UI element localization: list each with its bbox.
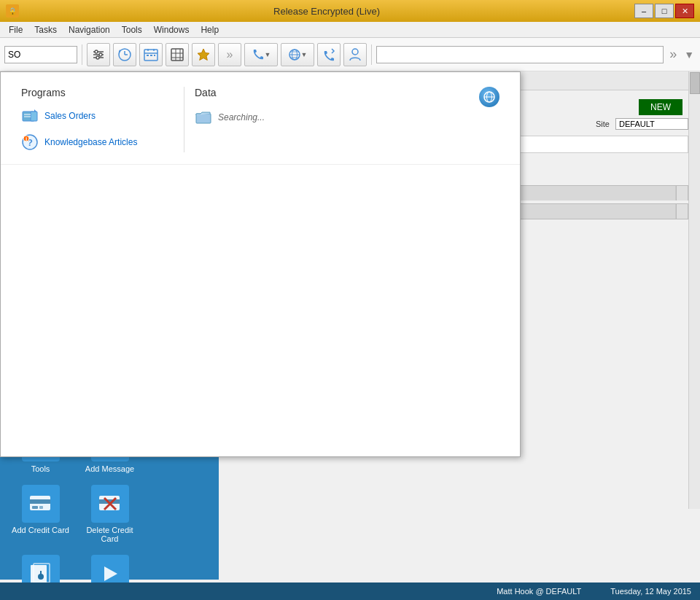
searching-folder-icon — [195, 110, 212, 125]
window-controls: – □ ✕ — [634, 4, 694, 18]
vertical-scrollbar[interactable] — [688, 71, 700, 509]
svg-rect-30 — [31, 112, 37, 121]
popup-header: Programs Sales Orders ? — [1, 72, 520, 165]
site-label: Site — [596, 120, 610, 128]
forward-button[interactable]: » — [218, 43, 241, 66]
add-credit-card-icon — [22, 485, 60, 523]
menu-bar: File Tasks Navigation Tools Windows Help — [0, 22, 700, 38]
knowledgebase-icon: ? i — [21, 135, 39, 149]
search-dropdown: Programs Sales Orders ? — [0, 71, 521, 457]
globe-button[interactable]: ▼ — [281, 43, 314, 66]
data-title: Data — [195, 87, 217, 98]
window-title: Release Encrypted (Live) — [19, 6, 634, 17]
svg-point-4 — [99, 53, 102, 56]
toolbar: » ▼ ▼ » ▼ — [0, 38, 700, 71]
minimize-button[interactable]: – — [634, 4, 653, 18]
collapse-button[interactable]: ▼ — [682, 49, 696, 61]
data-section: Data Searching... — [184, 79, 510, 160]
favorites-button[interactable] — [192, 43, 215, 66]
menu-navigation[interactable]: Navigation — [63, 23, 116, 36]
svg-point-3 — [95, 50, 98, 53]
programs-section: Programs Sales Orders ? — [11, 79, 184, 160]
knowledgebase-label: Knowledgebase Articles — [44, 137, 137, 147]
new-button[interactable]: NEW — [639, 99, 682, 115]
svg-text:i: i — [26, 136, 27, 142]
delete-credit-card-label: Delete Credit Card — [78, 526, 141, 543]
svg-rect-15 — [154, 55, 155, 56]
svg-point-5 — [96, 56, 99, 59]
col-expand — [676, 186, 688, 200]
svg-point-27 — [352, 49, 358, 55]
status-bar: Matt Hook @ DEFAULT Tuesday, 12 May 2015 — [0, 583, 700, 600]
globe-search-icon[interactable] — [479, 87, 499, 107]
menu-tasks[interactable]: Tasks — [28, 23, 63, 36]
searching-label: Searching... — [218, 112, 265, 122]
delete-credit-card-button[interactable]: Delete Credit Card — [75, 479, 144, 549]
quick-search-input[interactable] — [4, 46, 77, 63]
main-area: verted Orders Bill-to Information Delive… — [0, 71, 700, 597]
add-message-label: Add Message — [85, 464, 134, 473]
sales-orders-label: Sales Orders — [44, 111, 96, 121]
history-button[interactable] — [113, 43, 136, 66]
app-icon: 🔒 — [6, 4, 19, 17]
popup-body — [1, 165, 520, 456]
popup-sections: Programs Sales Orders ? — [11, 79, 510, 160]
delete-credit-card-icon — [91, 485, 129, 523]
col-expand-2 — [676, 204, 688, 219]
pickup-button[interactable] — [317, 43, 341, 66]
svg-rect-16 — [171, 49, 183, 61]
global-search-input[interactable] — [376, 46, 664, 63]
calendar-button[interactable] — [139, 43, 163, 66]
current-date: Tuesday, 12 May 2015 — [610, 587, 691, 596]
title-bar: 🔒 Release Encrypted (Live) – □ ✕ — [0, 0, 700, 22]
svg-rect-49 — [30, 499, 50, 504]
phone-button[interactable]: ▼ — [244, 43, 278, 66]
menu-help[interactable]: Help — [195, 23, 225, 36]
separator-2 — [371, 44, 372, 65]
svg-rect-51 — [39, 506, 43, 509]
add-credit-card-button[interactable]: Add Credit Card — [6, 479, 75, 549]
sales-orders-icon — [21, 109, 39, 123]
svg-rect-40 — [196, 114, 211, 123]
menu-windows[interactable]: Windows — [148, 23, 195, 36]
close-button[interactable]: ✕ — [675, 4, 694, 18]
global-search-container — [376, 46, 664, 63]
menu-tools[interactable]: Tools — [116, 23, 148, 36]
menu-file[interactable]: File — [3, 23, 28, 36]
filter-button[interactable] — [87, 43, 110, 66]
svg-rect-50 — [32, 506, 38, 509]
svg-rect-13 — [147, 55, 149, 56]
grid-button[interactable] — [166, 43, 189, 66]
svg-marker-59 — [104, 566, 117, 581]
programs-title: Programs — [21, 87, 174, 98]
svg-marker-21 — [198, 49, 209, 61]
tools-label: Tools — [31, 464, 50, 473]
expand-button[interactable]: » — [666, 47, 680, 62]
user-button[interactable] — [343, 43, 367, 66]
scrollbar-thumb[interactable] — [690, 72, 700, 94]
searching-item: Searching... — [195, 107, 499, 128]
knowledgebase-item[interactable]: ? i Knowledgebase Articles — [21, 132, 174, 152]
user-info: Matt Hook @ DEFAULT — [497, 587, 581, 596]
svg-rect-14 — [150, 55, 152, 56]
site-input[interactable] — [615, 118, 688, 130]
sales-orders-item[interactable]: Sales Orders — [21, 106, 174, 126]
add-credit-card-label: Add Credit Card — [12, 526, 69, 534]
maximize-button[interactable]: □ — [655, 4, 674, 18]
separator-1 — [82, 44, 82, 65]
